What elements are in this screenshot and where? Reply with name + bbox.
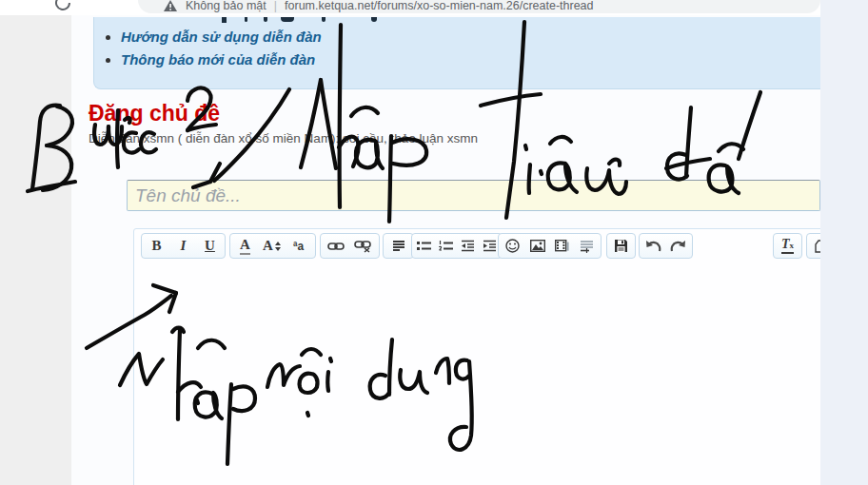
- font-size-icon: A: [263, 239, 273, 253]
- unordered-list-button[interactable]: [414, 236, 435, 256]
- film-icon: [555, 240, 569, 253]
- clipped-text-line: [94, 17, 820, 26]
- ordered-list-button[interactable]: [436, 236, 457, 256]
- size-arrows-icon: [275, 242, 281, 251]
- rich-text-editor[interactable]: [133, 228, 838, 485]
- font-family-icon: ªa: [293, 240, 304, 253]
- link-icon: [327, 241, 345, 252]
- font-family-button[interactable]: ªa: [286, 236, 311, 256]
- font-size-button[interactable]: A: [259, 236, 285, 256]
- align-left-icon: [392, 240, 405, 252]
- page-title: Đăng chủ đề: [89, 101, 220, 126]
- page-right-background: [820, 0, 868, 485]
- screenshot-root: Không bảo mật | forum.ketqua.net/forums/…: [0, 0, 868, 485]
- quote-icon: [580, 240, 594, 253]
- reload-button[interactable]: [52, 0, 73, 13]
- smilies-button[interactable]: [501, 236, 524, 256]
- guide-link[interactable]: Hướng dẫn sử dụng diễn đàn: [121, 29, 322, 45]
- unlink-icon: [354, 240, 371, 253]
- floppy-disk-icon: [614, 239, 628, 253]
- notice-link-list: Hướng dẫn sử dụng diễn đàn Thông báo mới…: [108, 29, 820, 68]
- address-bar[interactable]: Không bảo mật | forum.ketqua.net/forums/…: [138, 0, 820, 13]
- bold-button[interactable]: B: [144, 236, 169, 256]
- not-secure-warning-icon[interactable]: [163, 0, 178, 12]
- redo-arrow-icon: [670, 240, 686, 252]
- toolbar-group-align: [383, 233, 414, 259]
- underline-button[interactable]: U: [197, 236, 223, 256]
- toolbar-group-save: [606, 233, 636, 259]
- list-item: Hướng dẫn sử dụng diễn đàn: [121, 29, 820, 45]
- announcement-link[interactable]: Thông báo mới của diễn đàn: [121, 51, 315, 68]
- thread-title-input[interactable]: [127, 180, 820, 211]
- toolbar-group-insert: [498, 233, 602, 259]
- reload-icon: [52, 0, 73, 13]
- insert-image-button[interactable]: [525, 236, 549, 256]
- ordered-list-icon: [439, 240, 453, 252]
- text-color-icon: A: [240, 238, 250, 255]
- left-gutter: [0, 15, 72, 485]
- browser-toolbar: Không bảo mật | forum.ketqua.net/forums/…: [0, 0, 820, 15]
- insert-media-button[interactable]: [550, 236, 574, 256]
- text-align-button[interactable]: [385, 236, 411, 256]
- underline-icon: U: [205, 239, 215, 253]
- italic-button[interactable]: I: [170, 236, 196, 256]
- address-separator: |: [274, 0, 277, 12]
- security-label[interactable]: Không bảo mật: [186, 0, 266, 12]
- toolbar-group-link: [320, 233, 380, 259]
- outdent-icon: [461, 240, 475, 252]
- undo-arrow-icon: [645, 240, 661, 252]
- undo-button[interactable]: [641, 236, 665, 256]
- image-icon: [530, 240, 545, 252]
- toolbar-group-history: [639, 233, 693, 259]
- unlink-button[interactable]: [349, 236, 375, 256]
- redo-button[interactable]: [666, 236, 690, 256]
- forum-description: Diễn đàn xsmn ( diễn đàn xổ số miền Nam)…: [89, 131, 478, 146]
- remove-formatting-button[interactable]: Tx: [776, 236, 799, 256]
- toolbar-group-list: [411, 233, 503, 259]
- indent-button[interactable]: [479, 236, 500, 256]
- unordered-list-icon: [417, 240, 431, 252]
- toolbar-group-font: A A ªa: [229, 233, 316, 259]
- smiley-icon: [505, 239, 520, 253]
- outdent-button[interactable]: [458, 236, 479, 256]
- url-text[interactable]: forum.ketqua.net/forums/xo-so-mien-nam.2…: [285, 0, 593, 12]
- italic-icon: I: [181, 239, 187, 253]
- bold-icon: B: [151, 239, 161, 253]
- toolbar-group-remove-format: Tx: [773, 233, 802, 259]
- indent-icon: [483, 240, 497, 252]
- insert-quote-button[interactable]: [575, 236, 599, 256]
- text-color-button[interactable]: A: [232, 236, 258, 256]
- list-item: Thông báo mới của diễn đàn: [121, 51, 820, 68]
- insert-link-button[interactable]: [323, 236, 348, 256]
- forum-notice-box: Hướng dẫn sử dụng diễn đàn Thông báo mới…: [93, 17, 820, 89]
- toolbar-group-basic: B I U: [141, 233, 226, 259]
- remove-formatting-icon: Tx: [781, 238, 794, 254]
- save-draft-button[interactable]: [609, 236, 633, 256]
